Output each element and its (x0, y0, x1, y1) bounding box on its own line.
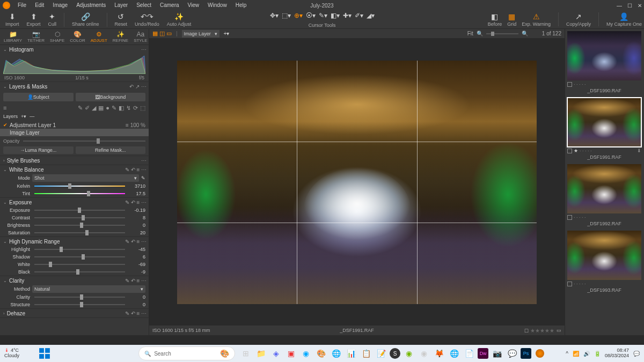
tray-chevron-icon[interactable]: ^ (566, 351, 568, 357)
copy-apply-button[interactable]: ↗Copy/Apply (566, 12, 591, 27)
opacity-slider[interactable] (23, 141, 145, 142)
auto-adjust-button[interactable]: ✨Auto Adjust (166, 12, 193, 27)
ps-icon[interactable]: Ps (521, 348, 531, 359)
import-button[interactable]: ⬇Import (4, 12, 20, 27)
battery-icon[interactable]: 🔋 (594, 351, 601, 357)
thumbnail[interactable]: · · · · ·_DSF1992.RAF (567, 164, 641, 226)
adjustment-layer-row[interactable]: ✔Adjustment Layer 1≡ 100 % (0, 121, 149, 129)
remove-layer-button[interactable]: — (30, 114, 34, 119)
app-icon-8[interactable]: 📷 (491, 347, 503, 360)
menu-file[interactable]: File (13, 0, 31, 11)
black-slider[interactable] (34, 271, 125, 272)
refine-mask-button[interactable]: Refine Mask... (76, 146, 146, 154)
menu-camera[interactable]: Camera (156, 0, 184, 11)
tab-tether[interactable]: 📷TETHER (26, 31, 46, 43)
image-layer-row[interactable]: Image Layer (0, 129, 149, 136)
acrobat-icon[interactable]: 📄 (463, 347, 475, 360)
zoom-slider[interactable] (486, 33, 518, 34)
tab-library[interactable]: 📁LIBRARY (2, 31, 24, 43)
exposure-slider[interactable] (34, 210, 125, 211)
cull-button[interactable]: ✦Cull (47, 12, 58, 27)
eyedropper-icon[interactable]: ✎ (141, 175, 145, 181)
histogram-header[interactable]: ⌄Histogram⋯ (0, 45, 149, 54)
nvidia-icon[interactable]: ◉ (402, 347, 415, 360)
kelvin-slider[interactable] (34, 186, 125, 187)
steam-icon[interactable]: ◉ (418, 347, 430, 360)
style-brushes-header[interactable]: ›Style Brushes⋯ (0, 156, 149, 165)
edge-icon[interactable]: 🌐 (448, 347, 460, 360)
explorer-icon[interactable]: 📁 (254, 347, 267, 360)
menu-view[interactable]: View (184, 0, 204, 11)
subject-button[interactable]: 👤 Subject (3, 93, 74, 101)
app-icon-5[interactable]: 📊 (345, 347, 357, 360)
start-button[interactable] (39, 348, 50, 359)
zoom-search-icon-2[interactable]: 🔍 (522, 31, 528, 36)
maximize-button[interactable]: ☐ (627, 3, 632, 9)
share-button[interactable]: 🔗Share online (71, 12, 100, 27)
hdr-header[interactable]: ⌄High Dynamic Range✎ ↶ ≡ ⋯ (0, 237, 149, 246)
menu-image[interactable]: Image (48, 0, 72, 11)
wb-mode-dropdown[interactable]: Shot▾ (32, 174, 139, 182)
app-icon-6[interactable]: 📋 (360, 347, 372, 360)
minimize-button[interactable]: — (617, 3, 622, 9)
taskbar-search[interactable]: 🔍Search🎨 (138, 346, 235, 360)
app-icon-2[interactable]: ▣ (284, 347, 297, 360)
add-layer-button[interactable]: +▾ (21, 114, 26, 119)
close-button[interactable]: ✕ (638, 3, 642, 9)
tab-color[interactable]: 🎨COLOR (68, 31, 86, 43)
chrome-icon[interactable]: 🌐 (330, 347, 342, 360)
task-view-icon[interactable]: ⊞ (239, 347, 252, 360)
tab-style[interactable]: AaSTYLE (132, 31, 149, 43)
weather-widget[interactable]: 🌡4°C Cloudy (4, 348, 19, 359)
viewer-layer-dropdown[interactable]: Image Layer▾ (182, 30, 219, 38)
rating-stars[interactable]: ☐ ★★★★★ (524, 328, 554, 334)
tab-adjust[interactable]: ⚙ADJUST (89, 31, 109, 43)
thumbnail[interactable]: · · · · ·_DSF1993.RAF (567, 231, 641, 293)
grid-toggle[interactable]: ▦Grid (507, 12, 516, 27)
menu-adjustments[interactable]: Adjustments (72, 0, 110, 11)
clarity-method-dropdown[interactable]: Natural▾ (32, 285, 145, 293)
thumbnail[interactable]: · · · · ·_DSF1990.RAF (567, 31, 641, 93)
menu-edit[interactable]: Edit (31, 0, 48, 11)
app-icon-1[interactable]: ◈ (269, 347, 282, 360)
capture-one-icon[interactable] (533, 347, 546, 360)
background-button[interactable]: 🖼 Background (76, 93, 146, 101)
clarity-header[interactable]: ⌄Clarity✎ ↶ ≡ ⋯ (0, 276, 149, 285)
main-photo[interactable] (177, 61, 537, 304)
menu-layer[interactable]: Layer (110, 0, 132, 11)
app-icon-s[interactable]: S (390, 348, 400, 359)
clarity-slider[interactable] (34, 297, 125, 298)
contrast-slider[interactable] (34, 217, 125, 218)
reset-button[interactable]: ↺Reset (114, 12, 129, 27)
notifications-icon[interactable]: 💬 (633, 351, 640, 357)
export-button[interactable]: ⬆Export (26, 12, 42, 27)
tab-refine[interactable]: ✨REFINE (111, 31, 130, 43)
clock[interactable]: 08:4708/03/2024 (605, 348, 629, 359)
exp-warning-toggle[interactable]: ⚠Exp. Warning (522, 12, 551, 27)
luma-range-button[interactable]: → Luma Range... (3, 146, 74, 154)
color-tag[interactable]: ▭ (557, 328, 561, 333)
shadow-slider[interactable] (34, 256, 125, 257)
dehaze-header[interactable]: ›Dehaze✎ ↶ ≡ ⋯ (0, 309, 149, 317)
structure-slider[interactable] (34, 304, 125, 305)
my-capture-one[interactable]: 👤My Capture One (606, 12, 642, 27)
firefox-icon[interactable]: 🦊 (433, 347, 445, 360)
app-icon-7[interactable]: 📝 (375, 347, 387, 360)
highlight-slider[interactable] (34, 249, 125, 250)
dw-icon[interactable]: Dw (478, 348, 488, 359)
zoom-search-icon[interactable]: 🔍 (477, 31, 483, 36)
menu-help[interactable]: Help (231, 0, 251, 11)
undo-redo-button[interactable]: ↶↷Undo/Redo (134, 12, 160, 27)
menu-select[interactable]: Select (132, 0, 156, 11)
white-balance-header[interactable]: ⌄White Balance✎ ↶ ≡ ⋯ (0, 165, 149, 174)
wifi-icon[interactable]: 📶 (573, 351, 579, 357)
tab-shape[interactable]: ⬡SHAPE (48, 31, 66, 43)
add-adj-icon[interactable]: +▾ (224, 31, 230, 36)
app-icon-4[interactable]: 🎨 (314, 347, 327, 360)
layers-header[interactable]: ⌄Layers & Masks↶ ↗ ⋯ (0, 82, 149, 91)
mask-tools[interactable]: ≡✎✐◢▦●✎◧↯⟳⬚ (0, 104, 149, 113)
tint-slider[interactable] (34, 193, 125, 194)
before-toggle[interactable]: ◧Before (488, 12, 502, 27)
thumbnail[interactable]: ★· · · · ·⬇_DSF1991.RAF (567, 98, 641, 160)
app-icon-3[interactable]: ◉ (299, 347, 312, 360)
